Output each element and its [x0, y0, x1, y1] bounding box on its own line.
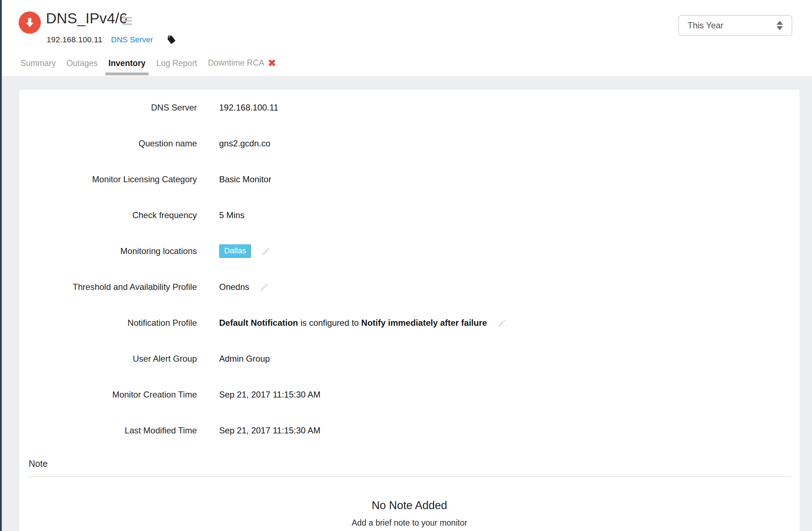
inventory-row-monitoring-locations: Monitoring locations Dallas [19, 233, 799, 269]
row-value: Sep 21, 2017 11:15:30 AM [219, 390, 320, 400]
row-value: 192.168.100.11 [219, 103, 278, 113]
row-value: Default Notification is configured to No… [219, 318, 507, 328]
inventory-row-licensing-category: Monitor Licensing Category Basic Monitor [19, 161, 799, 197]
tab-outages[interactable]: Outages [66, 58, 98, 73]
row-label: Monitor Creation Time [19, 390, 197, 400]
monitor-type-link[interactable]: DNS Server [111, 35, 153, 44]
hamburger-menu-icon[interactable] [122, 17, 132, 27]
notification-profile-name: Default Notification [219, 318, 298, 328]
close-icon[interactable]: ✖ [268, 58, 276, 69]
monitor-subtitle: 192.168.100.11 DNS Server [47, 35, 176, 44]
row-value: Onedns [219, 282, 269, 292]
row-value: 5 Mins [219, 210, 245, 220]
note-heading: Note [29, 459, 799, 469]
tag-icon[interactable] [167, 35, 176, 44]
inventory-row-dns-server: DNS Server 192.168.100.11 [19, 90, 799, 126]
status-down-icon [19, 11, 41, 34]
page-title: DNS_IPv4/6 [46, 10, 128, 27]
edit-icon[interactable] [259, 282, 269, 292]
monitor-header: DNS_IPv4/6 192.168.100.11 DNS Server Thi… [2, 0, 812, 76]
inventory-row-threshold-profile: Threshold and Availability Profile Onedn… [19, 269, 799, 305]
edit-icon[interactable] [497, 318, 507, 328]
row-value: Sep 21, 2017 11:15:30 AM [219, 426, 320, 436]
inventory-row-notification-profile: Notification Profile Default Notificatio… [19, 305, 799, 341]
tab-log-report[interactable]: Log Report [156, 58, 197, 73]
inventory-row-user-alert-group: User Alert Group Admin Group [19, 341, 799, 377]
inventory-row-modified-time: Last Modified Time Sep 21, 2017 11:15:30… [19, 413, 799, 448]
monitor-details-page: DNS_IPv4/6 192.168.100.11 DNS Server Thi… [0, 0, 812, 531]
notification-mode: Notify immediately after failure [361, 318, 487, 328]
row-label: Notification Profile [19, 318, 197, 328]
row-label: DNS Server [19, 103, 197, 113]
inventory-row-check-frequency: Check frequency 5 Mins [19, 197, 799, 233]
row-label: Check frequency [19, 210, 197, 220]
row-label: Threshold and Availability Profile [19, 282, 197, 292]
location-badge[interactable]: Dallas [219, 244, 251, 258]
note-divider [29, 476, 790, 477]
period-select[interactable]: This Year [678, 15, 792, 36]
note-empty-title: No Note Added [19, 499, 799, 512]
notification-mid-text: is configured to [298, 318, 361, 328]
tab-inventory[interactable]: Inventory [108, 58, 146, 73]
tab-downtime-rca[interactable]: Downtime RCA✖ [208, 57, 276, 74]
row-value: Dallas [219, 244, 271, 258]
period-select-value: This Year [688, 20, 776, 30]
note-section: Note No Note Added Add a brief note to y… [19, 459, 799, 528]
row-label: Monitoring locations [19, 246, 197, 256]
tab-downtime-rca-label: Downtime RCA [208, 58, 264, 67]
row-label: User Alert Group [19, 354, 197, 364]
inventory-row-question-name: Question name gns2.gcdn.co [19, 126, 799, 161]
threshold-profile-value: Onedns [219, 282, 249, 292]
note-empty-subtitle: Add a brief note to your monitor [19, 518, 799, 528]
row-value: Basic Monitor [219, 174, 271, 184]
content-area: DNS Server 192.168.100.11 Question name … [2, 76, 812, 531]
inventory-row-creation-time: Monitor Creation Time Sep 21, 2017 11:15… [19, 377, 799, 413]
row-value: gns2.gcdn.co [219, 138, 270, 149]
row-value: Admin Group [219, 354, 270, 364]
host-ip: 192.168.100.11 [47, 35, 103, 44]
select-spinner-icon [776, 21, 783, 30]
tab-summary[interactable]: Summary [20, 58, 56, 73]
row-label: Question name [19, 138, 197, 149]
row-label: Last Modified Time [19, 426, 197, 436]
row-label: Monitor Licensing Category [19, 174, 197, 184]
tab-bar: Summary Outages Inventory Log Report Dow… [20, 55, 276, 76]
inventory-card: DNS Server 192.168.100.11 Question name … [19, 90, 799, 531]
edit-icon[interactable] [261, 246, 271, 256]
